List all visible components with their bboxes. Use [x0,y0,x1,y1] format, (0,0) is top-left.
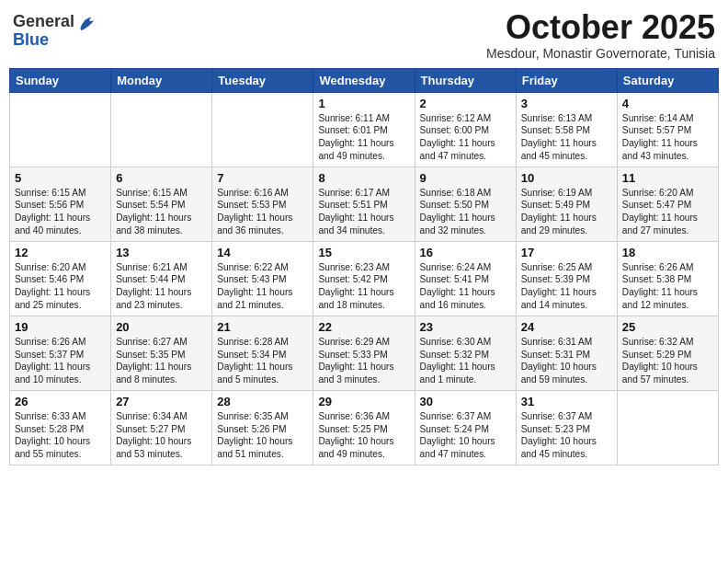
day-detail: Sunrise: 6:21 AMSunset: 5:44 PMDaylight:… [116,261,207,312]
day-number: 1 [318,97,409,110]
calendar-cell: 13Sunrise: 6:21 AMSunset: 5:44 PMDayligh… [111,241,212,316]
day-number: 4 [622,97,713,110]
day-detail: Sunrise: 6:19 AMSunset: 5:49 PMDaylight:… [521,187,612,237]
calendar-cell: 8Sunrise: 6:17 AMSunset: 5:51 PMDaylight… [313,167,415,241]
weekday-header-saturday: Saturday [617,68,718,92]
calendar-cell: 26Sunrise: 6:33 AMSunset: 5:28 PMDayligh… [10,390,111,465]
calendar-cell [10,92,111,167]
day-detail: Sunrise: 6:11 AMSunset: 6:01 PMDaylight:… [318,112,409,163]
weekday-header-tuesday: Tuesday [212,68,313,92]
weekday-header-row: SundayMondayTuesdayWednesdayThursdayFrid… [10,68,719,92]
day-detail: Sunrise: 6:37 AMSunset: 5:24 PMDaylight:… [420,410,511,461]
calendar-cell: 18Sunrise: 6:26 AMSunset: 5:38 PMDayligh… [617,241,718,316]
calendar-week-row: 5Sunrise: 6:15 AMSunset: 5:56 PMDaylight… [10,167,719,241]
calendar-cell: 4Sunrise: 6:14 AMSunset: 5:57 PMDaylight… [617,92,718,167]
day-detail: Sunrise: 6:25 AMSunset: 5:39 PMDaylight:… [521,261,612,312]
calendar-cell: 24Sunrise: 6:31 AMSunset: 5:31 PMDayligh… [516,316,617,390]
day-number: 20 [116,320,207,334]
day-number: 9 [420,171,511,185]
location-subtitle: Mesdour, Monastir Governorate, Tunisia [486,46,715,61]
calendar-cell: 27Sunrise: 6:34 AMSunset: 5:27 PMDayligh… [111,390,212,465]
day-detail: Sunrise: 6:36 AMSunset: 5:25 PMDaylight:… [318,410,409,461]
day-number: 10 [521,171,612,185]
day-detail: Sunrise: 6:15 AMSunset: 5:54 PMDaylight:… [116,187,207,237]
calendar-week-row: 12Sunrise: 6:20 AMSunset: 5:46 PMDayligh… [10,241,719,316]
weekday-header-thursday: Thursday [415,68,516,92]
logo-general: General [13,13,74,31]
weekday-header-sunday: Sunday [10,68,111,92]
calendar-cell: 11Sunrise: 6:20 AMSunset: 5:47 PMDayligh… [617,167,718,241]
calendar-cell: 23Sunrise: 6:30 AMSunset: 5:32 PMDayligh… [415,316,516,390]
calendar-cell: 22Sunrise: 6:29 AMSunset: 5:33 PMDayligh… [313,316,415,390]
day-detail: Sunrise: 6:20 AMSunset: 5:46 PMDaylight:… [15,261,106,312]
day-number: 8 [318,171,409,185]
day-number: 3 [521,97,612,110]
calendar-cell: 7Sunrise: 6:16 AMSunset: 5:53 PMDaylight… [212,167,313,241]
day-detail: Sunrise: 6:17 AMSunset: 5:51 PMDaylight:… [318,187,409,237]
calendar-week-row: 19Sunrise: 6:26 AMSunset: 5:37 PMDayligh… [10,316,719,390]
day-number: 7 [217,171,308,185]
calendar-cell: 16Sunrise: 6:24 AMSunset: 5:41 PMDayligh… [415,241,516,316]
day-detail: Sunrise: 6:20 AMSunset: 5:47 PMDaylight:… [622,187,713,237]
day-number: 31 [521,395,612,408]
day-number: 18 [622,246,713,259]
calendar-cell: 15Sunrise: 6:23 AMSunset: 5:42 PMDayligh… [313,241,415,316]
calendar-cell: 17Sunrise: 6:25 AMSunset: 5:39 PMDayligh… [516,241,617,316]
calendar-cell: 19Sunrise: 6:26 AMSunset: 5:37 PMDayligh… [10,316,111,390]
day-detail: Sunrise: 6:27 AMSunset: 5:35 PMDaylight:… [116,336,207,386]
weekday-header-wednesday: Wednesday [313,68,415,92]
day-detail: Sunrise: 6:32 AMSunset: 5:29 PMDaylight:… [622,336,713,386]
day-number: 26 [15,395,106,408]
day-detail: Sunrise: 6:26 AMSunset: 5:37 PMDaylight:… [15,336,106,386]
calendar-cell: 30Sunrise: 6:37 AMSunset: 5:24 PMDayligh… [415,390,516,465]
calendar-cell: 20Sunrise: 6:27 AMSunset: 5:35 PMDayligh… [111,316,212,390]
day-number: 30 [420,395,511,408]
month-title: October 2025 [486,9,715,46]
calendar-cell: 6Sunrise: 6:15 AMSunset: 5:54 PMDaylight… [111,167,212,241]
day-number: 17 [521,246,612,259]
day-detail: Sunrise: 6:31 AMSunset: 5:31 PMDaylight:… [521,336,612,386]
calendar-table: SundayMondayTuesdayWednesdayThursdayFrid… [9,68,719,465]
day-detail: Sunrise: 6:30 AMSunset: 5:32 PMDaylight:… [420,336,511,386]
day-number: 22 [318,320,409,334]
day-number: 6 [116,171,207,185]
weekday-header-friday: Friday [516,68,617,92]
day-number: 19 [15,320,106,334]
day-detail: Sunrise: 6:26 AMSunset: 5:38 PMDaylight:… [622,261,713,312]
day-detail: Sunrise: 6:24 AMSunset: 5:41 PMDaylight:… [420,261,511,312]
day-number: 13 [116,246,207,259]
calendar-week-row: 1Sunrise: 6:11 AMSunset: 6:01 PMDaylight… [10,92,719,167]
day-number: 2 [420,97,511,110]
day-number: 27 [116,395,207,408]
day-number: 23 [420,320,511,334]
calendar-cell: 21Sunrise: 6:28 AMSunset: 5:34 PMDayligh… [212,316,313,390]
calendar-cell [212,92,313,167]
day-detail: Sunrise: 6:35 AMSunset: 5:26 PMDaylight:… [217,410,308,461]
calendar-cell: 28Sunrise: 6:35 AMSunset: 5:26 PMDayligh… [212,390,313,465]
day-detail: Sunrise: 6:28 AMSunset: 5:34 PMDaylight:… [217,336,308,386]
calendar-cell [617,390,718,465]
day-number: 16 [420,246,511,259]
day-detail: Sunrise: 6:23 AMSunset: 5:42 PMDaylight:… [318,261,409,312]
day-number: 21 [217,320,308,334]
day-number: 11 [622,171,713,185]
day-number: 15 [318,246,409,259]
page-header: General Blue October 2025 Mesdour, Monas… [9,9,719,61]
day-number: 14 [217,246,308,259]
day-detail: Sunrise: 6:18 AMSunset: 5:50 PMDaylight:… [420,187,511,237]
day-number: 28 [217,395,308,408]
day-number: 25 [622,320,713,334]
day-detail: Sunrise: 6:22 AMSunset: 5:43 PMDaylight:… [217,261,308,312]
calendar-cell: 31Sunrise: 6:37 AMSunset: 5:23 PMDayligh… [516,390,617,465]
calendar-cell: 2Sunrise: 6:12 AMSunset: 6:00 PMDaylight… [415,92,516,167]
calendar-cell: 25Sunrise: 6:32 AMSunset: 5:29 PMDayligh… [617,316,718,390]
calendar-cell: 10Sunrise: 6:19 AMSunset: 5:49 PMDayligh… [516,167,617,241]
day-detail: Sunrise: 6:33 AMSunset: 5:28 PMDaylight:… [15,410,106,461]
logo: General Blue [13,13,97,50]
day-detail: Sunrise: 6:15 AMSunset: 5:56 PMDaylight:… [15,187,106,237]
calendar-cell [111,92,212,167]
day-number: 24 [521,320,612,334]
calendar-week-row: 26Sunrise: 6:33 AMSunset: 5:28 PMDayligh… [10,390,719,465]
day-detail: Sunrise: 6:16 AMSunset: 5:53 PMDaylight:… [217,187,308,237]
calendar-cell: 3Sunrise: 6:13 AMSunset: 5:58 PMDaylight… [516,92,617,167]
